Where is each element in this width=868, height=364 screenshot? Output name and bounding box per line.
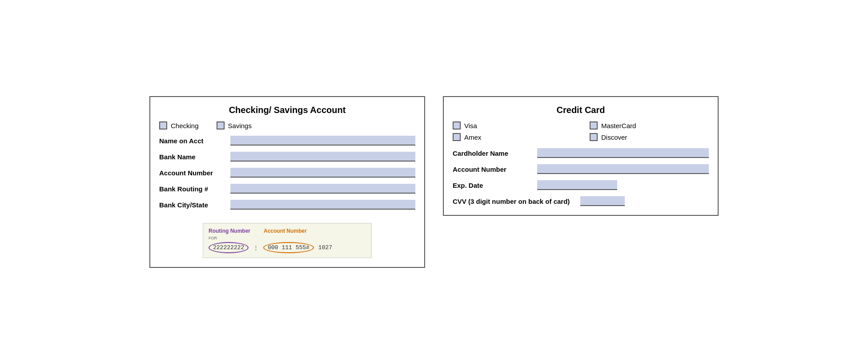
bank-name-input[interactable] xyxy=(230,152,415,162)
savings-checkbox[interactable] xyxy=(217,121,225,129)
mastercard-label: MasterCard xyxy=(601,122,636,129)
visa-label: Visa xyxy=(464,122,477,129)
account-type-checkboxes: Checking Savings xyxy=(159,121,415,129)
check-labels: Routing Number Account Number xyxy=(209,228,366,234)
bank-city-state-row: Bank City/State xyxy=(159,200,415,210)
cardholder-name-input[interactable] xyxy=(537,148,709,158)
discover-label: Discover xyxy=(601,133,627,141)
check-diagram-wrapper: Routing Number Account Number FOR 222222… xyxy=(159,216,415,258)
checking-savings-title: Checking/ Savings Account xyxy=(159,105,415,115)
check-diagram: Routing Number Account Number FOR 222222… xyxy=(203,223,372,258)
bank-name-row: Bank Name xyxy=(159,152,415,162)
bank-routing-label: Bank Routing # xyxy=(159,185,230,193)
bank-routing-input[interactable] xyxy=(230,184,415,194)
routing-label: Routing Number xyxy=(209,228,250,234)
bank-city-state-label: Bank City/State xyxy=(159,201,230,209)
bank-name-label: Bank Name xyxy=(159,153,230,161)
cc-account-number-label: Account Number xyxy=(453,166,537,173)
savings-checkbox-item[interactable]: Savings xyxy=(217,121,252,129)
checking-savings-section: Checking/ Savings Account Checking Savin… xyxy=(149,96,425,268)
cc-account-number-row: Account Number xyxy=(453,164,709,174)
amex-checkbox-item[interactable]: Amex xyxy=(453,133,572,141)
bank-city-state-input[interactable] xyxy=(230,200,415,210)
colon-separator-1: ⋮ xyxy=(253,244,259,251)
credit-card-section: Credit Card Visa MasterCard Amex Discove… xyxy=(443,96,719,216)
card-type-checkboxes: Visa MasterCard Amex Discover xyxy=(453,121,709,141)
bank-routing-row: Bank Routing # xyxy=(159,184,415,194)
mastercard-checkbox-item[interactable]: MasterCard xyxy=(590,121,709,129)
discover-checkbox-item[interactable]: Discover xyxy=(590,133,709,141)
visa-checkbox-item[interactable]: Visa xyxy=(453,121,572,129)
check-numbers: 222222222 ⋮ 000 111 555# 1027 xyxy=(209,242,366,253)
cardholder-name-row: Cardholder Name xyxy=(453,148,709,158)
credit-card-title: Credit Card xyxy=(453,105,709,115)
mastercard-checkbox[interactable] xyxy=(590,121,598,129)
page-wrapper: Checking/ Savings Account Checking Savin… xyxy=(136,83,732,281)
name-on-acct-label: Name on Acct xyxy=(159,137,230,145)
exp-date-row: Exp. Date xyxy=(453,180,709,190)
amex-checkbox[interactable] xyxy=(453,133,461,141)
amex-label: Amex xyxy=(464,133,481,141)
check-account-label: Account Number xyxy=(264,228,307,234)
check-number: 1027 xyxy=(318,244,332,251)
exp-date-input[interactable] xyxy=(537,180,617,190)
account-number-input[interactable] xyxy=(230,168,415,178)
check-account-number: 000 111 555# xyxy=(263,242,314,253)
cvv-input[interactable] xyxy=(580,196,625,206)
visa-checkbox[interactable] xyxy=(453,121,461,129)
cardholder-name-label: Cardholder Name xyxy=(453,150,537,157)
checking-label: Checking xyxy=(171,122,199,129)
account-number-row: Account Number xyxy=(159,168,415,178)
checking-checkbox-item[interactable]: Checking xyxy=(159,121,199,129)
checking-checkbox[interactable] xyxy=(159,121,167,129)
savings-label: Savings xyxy=(228,122,252,129)
cvv-label: CVV (3 digit number on back of card) xyxy=(453,198,570,205)
cvv-row: CVV (3 digit number on back of card) xyxy=(453,196,709,206)
discover-checkbox[interactable] xyxy=(590,133,598,141)
exp-date-label: Exp. Date xyxy=(453,182,537,189)
for-label: FOR xyxy=(209,236,366,240)
account-number-label: Account Number xyxy=(159,169,230,177)
routing-number: 222222222 xyxy=(209,242,249,253)
cc-account-number-input[interactable] xyxy=(537,164,709,174)
name-on-acct-row: Name on Acct xyxy=(159,136,415,146)
name-on-acct-input[interactable] xyxy=(230,136,415,146)
